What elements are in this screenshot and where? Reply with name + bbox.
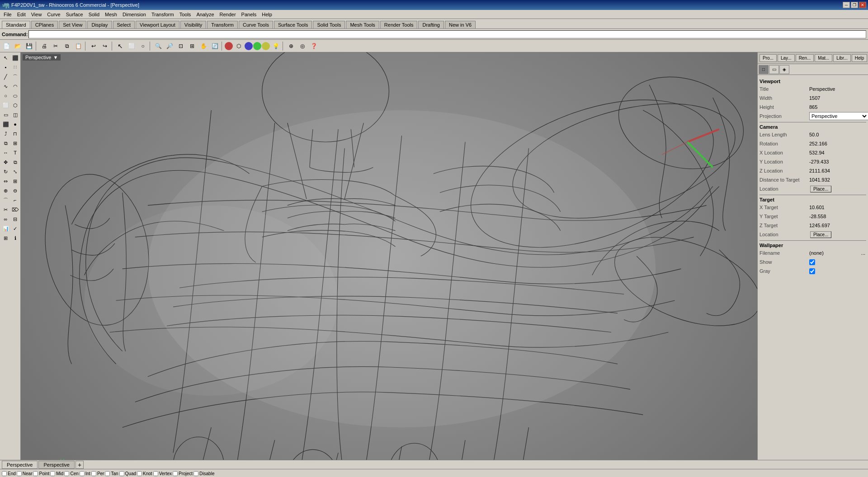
chamfer-btn[interactable]: ⌐ (10, 196, 20, 205)
tab-viewport-layout[interactable]: Viewport Layout (136, 21, 179, 28)
snap-disable-checkbox[interactable] (193, 471, 198, 476)
snap-project[interactable]: Project (173, 471, 193, 476)
minimize-button[interactable]: ─ (843, 2, 850, 8)
tab-transform[interactable]: Transform (207, 21, 238, 28)
shade-icon[interactable] (225, 42, 233, 50)
select-tool-btn[interactable]: ↖ (1, 53, 10, 62)
snap-vertex-checkbox[interactable] (153, 471, 158, 476)
panel-display-icon[interactable]: ◈ (779, 65, 789, 74)
snap-int-checkbox[interactable] (80, 471, 85, 476)
snap-cen[interactable]: Cen (64, 471, 78, 476)
open-icon[interactable]: 📂 (12, 41, 23, 51)
snap-per-checkbox[interactable] (91, 471, 96, 476)
menu-help[interactable]: Help (259, 11, 275, 18)
split-btn[interactable]: ⌦ (10, 205, 20, 214)
command-input[interactable] (28, 30, 866, 38)
target-place-button[interactable]: Place... (810, 231, 831, 238)
snap-knot-checkbox[interactable] (137, 471, 142, 476)
paste-icon[interactable]: 📋 (73, 41, 84, 51)
copy2-btn[interactable]: ⧉ (10, 158, 20, 167)
sphere-btn[interactable]: ● (10, 120, 20, 129)
print-icon[interactable]: 🖨 (39, 41, 50, 51)
snap-mid[interactable]: Mid (50, 471, 63, 476)
window-select-icon[interactable]: ⬜ (126, 41, 137, 51)
zoom-window-icon[interactable]: ⊞ (187, 41, 198, 51)
zoom-extent-icon[interactable]: ⊡ (175, 41, 186, 51)
snap-near[interactable]: Near (17, 471, 33, 476)
pan-icon[interactable]: ✋ (198, 41, 209, 51)
ellipse-btn[interactable]: ⬭ (10, 91, 20, 100)
analyze-btn[interactable]: 📊 (1, 224, 10, 233)
menu-tools[interactable]: Tools (177, 11, 194, 18)
group-btn[interactable]: ⊟ (10, 215, 20, 224)
bottom-tab-perspective-1[interactable]: Perspective (2, 461, 38, 469)
panel-tab-help[interactable]: Help (852, 54, 868, 62)
move-btn[interactable]: ✥ (1, 158, 10, 167)
fillet-btn[interactable]: ⌒ (1, 196, 10, 205)
zoom-out-icon[interactable]: 🔎 (164, 41, 175, 51)
rotate2d-btn[interactable]: ↻ (1, 167, 10, 176)
add-viewport-button[interactable]: + (75, 461, 84, 469)
undo-icon[interactable]: ↩ (88, 41, 99, 51)
snap-tan[interactable]: Tan (105, 471, 118, 476)
tab-surface-tools[interactable]: Surface Tools (274, 21, 312, 28)
menu-render[interactable]: Render (217, 11, 239, 18)
zoom-in-icon[interactable]: 🔍 (153, 41, 164, 51)
rotate-icon[interactable]: 🔄 (209, 41, 220, 51)
mesh-btn[interactable]: ⧉ (1, 139, 10, 148)
join-btn[interactable]: ∞ (1, 215, 10, 224)
check-btn[interactable]: ✓ (10, 224, 20, 233)
viewport-area[interactable]: Perspective ▼ (21, 52, 757, 460)
snap-per[interactable]: Per (91, 471, 104, 476)
redo-icon[interactable]: ↪ (99, 41, 110, 51)
title-bar-controls[interactable]: ─ ❐ ✕ (843, 2, 866, 8)
tab-set-view[interactable]: Set View (59, 21, 86, 28)
snap-end[interactable]: End (2, 471, 16, 476)
tab-drafting[interactable]: Drafting (418, 21, 444, 28)
wallpaper-show-checkbox[interactable] (809, 259, 815, 265)
bool-union-btn[interactable]: ⊕ (1, 186, 10, 195)
arc-btn[interactable]: ◠ (10, 82, 20, 91)
viewport-label[interactable]: Perspective ▼ (23, 54, 61, 61)
menu-analyze[interactable]: Analyze (193, 11, 217, 18)
panel-viewport-icon[interactable]: □ (759, 65, 769, 74)
array-btn[interactable]: ⊞ (10, 177, 20, 186)
snap-quad-checkbox[interactable] (119, 471, 124, 476)
menu-file[interactable]: File (1, 11, 14, 18)
snap-end-checkbox[interactable] (2, 471, 7, 476)
snap-point[interactable]: Point (33, 471, 49, 476)
material-icon[interactable] (253, 42, 261, 50)
wallpaper-browse-button[interactable]: ... (860, 250, 866, 256)
snap-quad[interactable]: Quad (119, 471, 136, 476)
point-btn[interactable]: • (1, 63, 10, 72)
circle-btn[interactable]: ○ (1, 91, 10, 100)
snap-knot[interactable]: Knot (137, 471, 152, 476)
tab-new-in-v6[interactable]: New in V6 (445, 21, 476, 28)
help-icon[interactable]: ❓ (308, 41, 319, 51)
menu-panels[interactable]: Panels (239, 11, 259, 18)
surface-btn[interactable]: ◫ (10, 110, 20, 119)
select-icon[interactable]: ↖ (115, 41, 126, 51)
panel-tab-libraries[interactable]: Libr... (833, 54, 850, 62)
tab-cplanes[interactable]: CPlanes (31, 21, 58, 28)
panel-object-icon[interactable]: ▭ (769, 65, 779, 74)
panel-tab-render[interactable]: Ren... (796, 54, 814, 62)
snap-near-checkbox[interactable] (17, 471, 22, 476)
menu-solid[interactable]: Solid (86, 11, 102, 18)
point-cloud-btn[interactable]: ∷ (10, 63, 20, 72)
osnap-icon[interactable]: ◎ (297, 41, 308, 51)
tab-display[interactable]: Display (87, 21, 112, 28)
tab-select[interactable]: Select (113, 21, 135, 28)
snap-project-checkbox[interactable] (173, 471, 178, 476)
menu-surface[interactable]: Surface (63, 11, 86, 18)
camera-place-button[interactable]: Place... (810, 186, 831, 192)
tab-render-tools[interactable]: Render Tools (380, 21, 418, 28)
extrude-btn[interactable]: ⤴ (1, 129, 10, 138)
environment-icon[interactable] (262, 42, 270, 50)
menu-mesh[interactable]: Mesh (102, 11, 120, 18)
curve-btn[interactable]: ∿ (1, 82, 10, 91)
menu-curve[interactable]: Curve (44, 11, 63, 18)
select-all-btn[interactable]: ⬛ (10, 53, 20, 62)
line-btn[interactable]: ╱ (1, 72, 10, 81)
tab-curve-tools[interactable]: Curve Tools (239, 21, 273, 28)
